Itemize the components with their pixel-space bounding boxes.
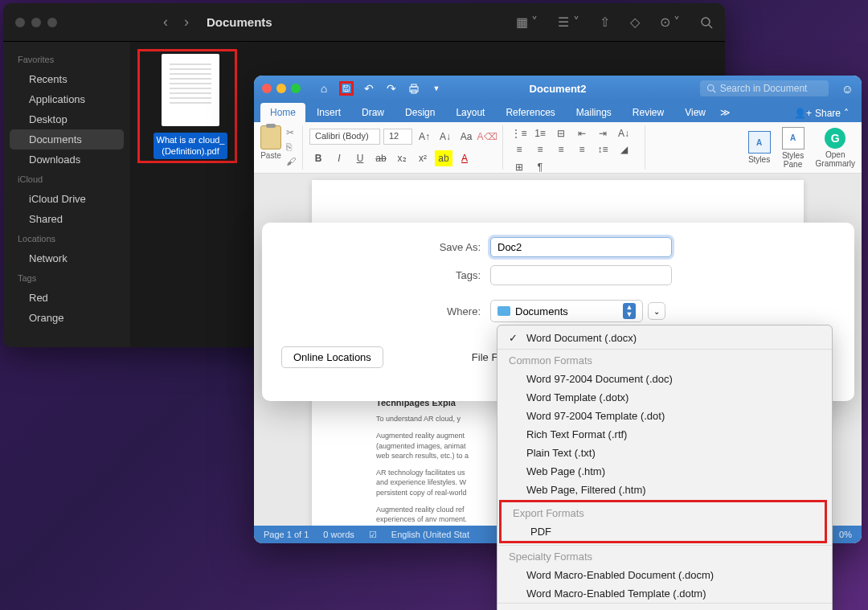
- where-select[interactable]: Documents ▲▼: [490, 300, 643, 322]
- sidebar-item-desktop[interactable]: Desktop: [3, 109, 130, 129]
- align-left-button[interactable]: ≡: [510, 141, 529, 158]
- multilevel-button[interactable]: ⊟: [551, 125, 571, 141]
- copy-button[interactable]: ⎘: [286, 141, 296, 153]
- format-option-pdf[interactable]: PDF: [502, 522, 825, 541]
- sidebar-item-applications[interactable]: Applications: [3, 89, 130, 109]
- minimize-button[interactable]: [276, 84, 286, 93]
- increase-indent-button[interactable]: ⇥: [593, 125, 612, 141]
- sidebar-item-shared[interactable]: Shared: [3, 209, 130, 229]
- word-count[interactable]: 0 words: [323, 530, 354, 539]
- view-icons-icon[interactable]: ▦ ˅: [516, 14, 538, 30]
- actions-icon[interactable]: ⊙ ˅: [660, 14, 680, 30]
- qat-dropdown[interactable]: ▼: [429, 81, 444, 96]
- tab-design[interactable]: Design: [395, 103, 444, 122]
- highlight-button[interactable]: ab: [435, 150, 452, 166]
- sidebar-item-icloud-drive[interactable]: iCloud Drive: [3, 189, 130, 209]
- forward-button[interactable]: ›: [184, 14, 189, 31]
- format-option-dotx[interactable]: Word Template (.dotx): [497, 388, 832, 407]
- superscript-button[interactable]: x²: [414, 150, 432, 166]
- close-button[interactable]: [15, 18, 25, 27]
- format-option-dotm[interactable]: Word Macro-Enabled Template (.dotm): [497, 584, 832, 603]
- back-button[interactable]: ‹: [163, 14, 168, 31]
- format-option-rtf[interactable]: Rich Text Format (.rtf): [497, 425, 832, 444]
- line-spacing-button[interactable]: ↕≡: [593, 141, 612, 158]
- shrink-font-button[interactable]: A↓: [436, 129, 454, 145]
- tabs-overflow[interactable]: ≫: [717, 103, 734, 122]
- font-size-select[interactable]: 12: [383, 129, 412, 145]
- tab-insert[interactable]: Insert: [307, 103, 350, 122]
- share-button[interactable]: 👤+ Share ˄: [788, 104, 855, 122]
- sidebar-item-network[interactable]: Network: [3, 248, 130, 268]
- align-center-button[interactable]: ≡: [530, 141, 550, 158]
- spell-check-icon[interactable]: ☑: [369, 530, 377, 540]
- styles-button[interactable]: A Styles: [748, 131, 771, 164]
- tab-view[interactable]: View: [675, 103, 715, 122]
- paste-button[interactable]: Paste: [260, 125, 281, 170]
- save-button[interactable]: [339, 81, 354, 96]
- format-option-docx[interactable]: Word Document (.docx): [497, 329, 832, 347]
- justify-button[interactable]: ≡: [572, 141, 592, 158]
- undo-button[interactable]: ↶: [362, 81, 376, 96]
- change-case-button[interactable]: Aa: [457, 129, 475, 145]
- strikethrough-button[interactable]: ab: [372, 150, 390, 166]
- group-icon[interactable]: ☰ ˅: [558, 14, 579, 30]
- format-option-htm[interactable]: Web Page (.htm): [497, 462, 832, 481]
- search-field[interactable]: Search in Document: [700, 80, 829, 96]
- show-marks-button[interactable]: ¶: [530, 159, 550, 175]
- sidebar-item-documents[interactable]: Documents: [10, 129, 124, 149]
- share-icon[interactable]: ⇧: [600, 14, 610, 30]
- language-indicator[interactable]: English (United Stat: [391, 530, 469, 539]
- bold-button[interactable]: B: [309, 150, 327, 166]
- sidebar-item-downloads[interactable]: Downloads: [3, 149, 130, 170]
- grammarly-button[interactable]: G Open Grammarly: [816, 128, 855, 168]
- cut-button[interactable]: ✂: [286, 127, 296, 138]
- grow-font-button[interactable]: A↑: [416, 129, 433, 145]
- tab-review[interactable]: Review: [623, 103, 674, 122]
- sidebar-item-tag-red[interactable]: Red: [3, 288, 130, 308]
- close-button[interactable]: [262, 84, 272, 93]
- font-family-select[interactable]: Calibri (Body): [309, 129, 380, 145]
- align-right-button[interactable]: ≡: [551, 141, 571, 158]
- redo-button[interactable]: ↷: [384, 81, 399, 96]
- sidebar-item-tag-orange[interactable]: Orange: [3, 308, 130, 328]
- tab-draw[interactable]: Draw: [352, 103, 394, 122]
- format-option-docm[interactable]: Word Macro-Enabled Document (.docm): [497, 566, 832, 584]
- expand-button[interactable]: ⌄: [648, 302, 665, 320]
- shading-button[interactable]: ◢: [614, 141, 633, 158]
- decrease-indent-button[interactable]: ⇤: [572, 125, 592, 141]
- tags-input[interactable]: [490, 265, 672, 285]
- numbering-button[interactable]: 1≡: [530, 125, 550, 141]
- format-option-htm-filtered[interactable]: Web Page, Filtered (.htm): [497, 481, 832, 499]
- borders-button[interactable]: ⊞: [510, 159, 529, 175]
- zoom-button[interactable]: [291, 84, 301, 93]
- format-painter-button[interactable]: 🖌: [286, 156, 296, 167]
- print-button[interactable]: [407, 81, 421, 96]
- tab-layout[interactable]: Layout: [446, 103, 494, 122]
- page-indicator[interactable]: Page 1 of 1: [264, 530, 309, 539]
- tab-references[interactable]: References: [496, 103, 564, 122]
- online-locations-button[interactable]: Online Locations: [281, 346, 383, 368]
- clear-formatting-button[interactable]: A⌫: [478, 129, 496, 145]
- font-color-button[interactable]: A: [456, 150, 473, 166]
- tab-home[interactable]: Home: [260, 103, 305, 122]
- styles-pane-button[interactable]: A Styles Pane: [782, 127, 805, 169]
- zoom-button[interactable]: [47, 18, 57, 27]
- dropdown-scroll-down[interactable]: ⌄: [497, 603, 832, 610]
- subscript-button[interactable]: x₂: [393, 150, 411, 166]
- search-icon[interactable]: [700, 16, 713, 29]
- format-option-txt[interactable]: Plain Text (.txt): [497, 444, 832, 462]
- tab-mailings[interactable]: Mailings: [567, 103, 621, 122]
- tags-icon[interactable]: ◇: [630, 14, 640, 30]
- save-as-input[interactable]: [490, 237, 672, 257]
- format-option-dot[interactable]: Word 97-2004 Template (.dot): [497, 407, 832, 425]
- sort-button[interactable]: A↓: [614, 125, 633, 141]
- underline-button[interactable]: U: [351, 150, 369, 166]
- format-option-doc[interactable]: Word 97-2004 Document (.doc): [497, 370, 832, 388]
- zoom-level[interactable]: 0%: [839, 530, 852, 539]
- home-icon[interactable]: ⌂: [317, 81, 331, 96]
- sidebar-item-recents[interactable]: Recents: [3, 69, 130, 89]
- bullets-button[interactable]: ⋮≡: [510, 125, 529, 141]
- minimize-button[interactable]: [31, 18, 41, 27]
- italic-button[interactable]: I: [330, 150, 348, 166]
- feedback-icon[interactable]: ☺: [841, 82, 854, 96]
